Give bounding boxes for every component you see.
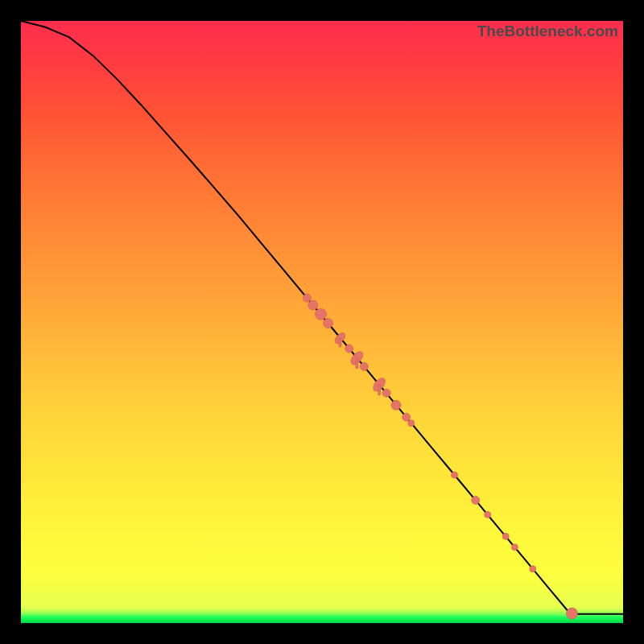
data-point — [303, 294, 311, 302]
data-point-drip — [378, 385, 381, 395]
data-point — [408, 420, 415, 427]
data-point — [472, 496, 480, 504]
data-point-drip — [339, 338, 341, 347]
data-point — [502, 533, 509, 539]
data-point — [308, 300, 318, 310]
data-point — [566, 608, 577, 619]
data-point-drip — [356, 358, 358, 369]
data-point — [485, 511, 491, 518]
data-point — [316, 308, 327, 320]
data-point — [382, 389, 390, 397]
watermark-text: TheBottleneck.com — [477, 23, 618, 40]
data-point — [530, 566, 536, 572]
chart-svg — [21, 21, 623, 623]
data-point — [345, 345, 353, 353]
data-point — [452, 472, 458, 478]
data-point — [511, 544, 518, 551]
data-point — [402, 413, 411, 421]
data-point — [360, 362, 368, 370]
data-point — [323, 318, 332, 328]
chart-frame: TheBottleneck.com — [21, 21, 623, 623]
data-point — [391, 400, 401, 410]
